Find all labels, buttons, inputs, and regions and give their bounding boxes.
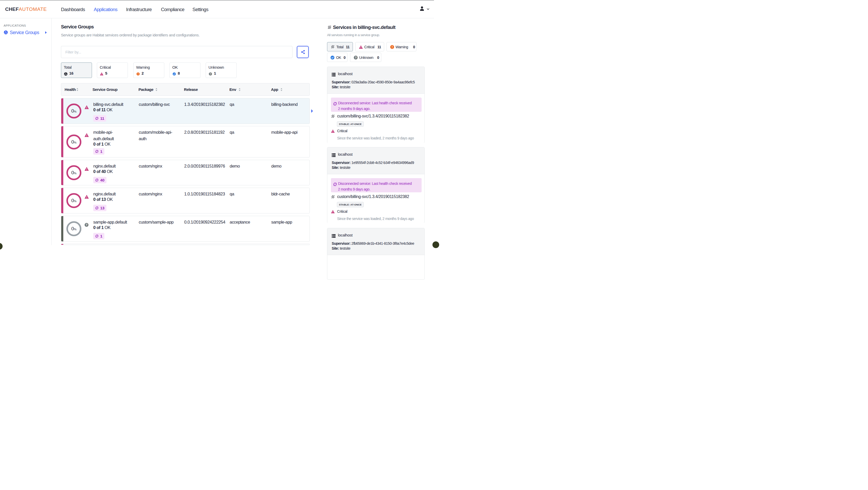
svg-text:?: ?: [86, 224, 87, 226]
svg-text:?: ?: [210, 73, 211, 75]
svg-text:?: ?: [355, 56, 356, 59]
